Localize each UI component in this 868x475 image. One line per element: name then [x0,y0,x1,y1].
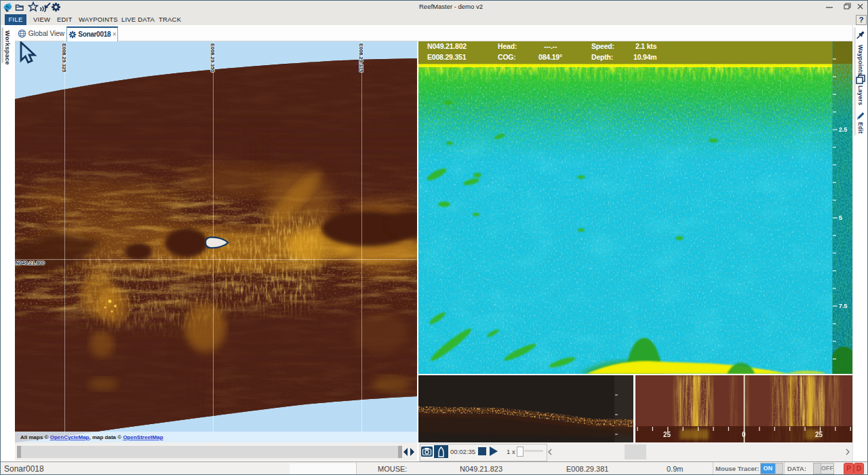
svg-text:084.19°: 084.19° [538,53,562,61]
svg-text:5: 5 [839,214,842,221]
svg-text:COG:: COG: [498,53,516,61]
svg-text:---.--: ---.-- [544,42,557,50]
svg-text:Head:: Head: [498,42,517,50]
svg-text:0: 0 [742,431,746,438]
svg-text:2.5: 2.5 [839,126,848,133]
svg-text:E008.29.375: E008.29.375 [358,43,364,73]
svg-text:N049.21.800: N049.21.800 [16,260,45,266]
svg-text:E008.29.351: E008.29.351 [427,53,467,61]
svg-text:N049.21.802: N049.21.802 [427,42,467,50]
svg-text:25: 25 [815,431,823,438]
svg-text:Depth:: Depth: [591,53,613,61]
svg-text:E008.29.350: E008.29.350 [210,43,216,73]
svg-text:7.5: 7.5 [839,303,848,309]
svg-text:10.94m: 10.94m [633,53,656,61]
svg-text:All maps © OpenCycleMap, map d: All maps © OpenCycleMap, map data © Open… [20,434,163,440]
svg-text:Speed:: Speed: [591,42,614,50]
svg-text:2.1 kts: 2.1 kts [635,42,657,50]
svg-text:E008.29.325: E008.29.325 [61,43,67,73]
svg-text:25: 25 [663,431,671,438]
